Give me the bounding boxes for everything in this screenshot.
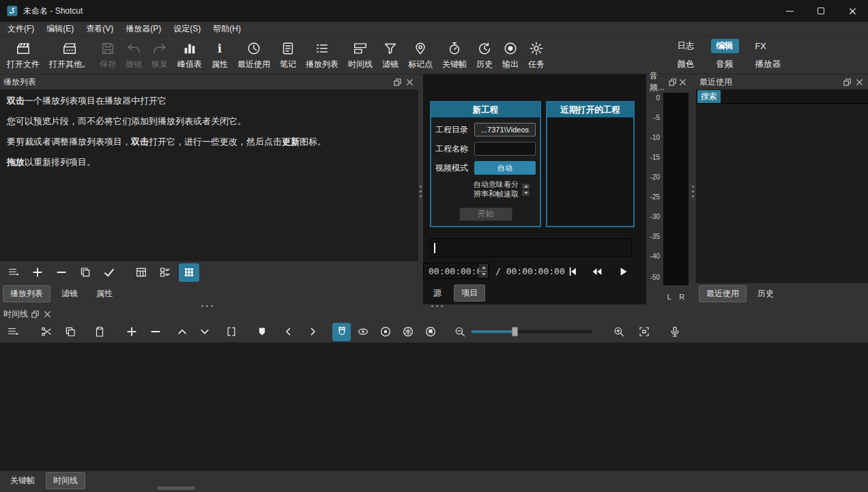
toolbar-peak-meter-button[interactable]: 峰值表	[173, 38, 207, 73]
append-button[interactable]	[122, 323, 141, 341]
timecode-up-button[interactable]	[479, 264, 488, 271]
timeline-float-button[interactable]	[29, 308, 40, 319]
play-button[interactable]	[614, 263, 632, 280]
tab-recent[interactable]: 最近使用	[699, 285, 747, 302]
playhead-cursor[interactable]	[434, 243, 435, 253]
playlist-remove-button[interactable]	[51, 263, 72, 282]
zoom-fit-button[interactable]	[635, 323, 653, 341]
project-name-input[interactable]	[474, 142, 536, 156]
toolbar-history-button[interactable]: 历史	[472, 38, 497, 73]
timecode-down-button[interactable]	[479, 272, 488, 278]
mode-player-button[interactable]: 播放器	[750, 57, 787, 72]
menu-item-player[interactable]: 播放器(P)	[119, 22, 167, 36]
splitter-grip[interactable]	[692, 186, 694, 188]
tab-keyframes[interactable]: 关键帧	[3, 472, 42, 489]
rewind-button[interactable]	[588, 263, 606, 280]
recent-close-button[interactable]	[854, 76, 865, 87]
timeline-zoom-slider[interactable]	[472, 323, 592, 341]
tab-timeline[interactable]: 时间线	[46, 472, 85, 489]
ripple-button[interactable]	[376, 323, 394, 341]
next-marker-button[interactable]	[303, 323, 321, 341]
overwrite-button[interactable]	[195, 323, 214, 341]
toolbar-jobs-button[interactable]: 任务	[523, 38, 549, 73]
toolbar-recent-button[interactable]: 最近使用	[233, 38, 275, 73]
timeline-tracks-area[interactable]	[0, 343, 868, 471]
menu-item-help[interactable]: 帮助(H)	[207, 22, 247, 36]
toolbar-properties-button[interactable]: i 属性	[207, 38, 233, 73]
player-seek-bar[interactable]	[430, 238, 632, 257]
audio-float-button[interactable]	[668, 76, 677, 87]
record-audio-button[interactable]	[665, 323, 684, 341]
zoom-out-button[interactable]	[450, 323, 469, 341]
maximize-button[interactable]	[805, 0, 837, 22]
close-button[interactable]	[837, 0, 868, 22]
toolbar-open-file-button[interactable]: 打开文件	[2, 38, 44, 73]
toolbar-redo-button[interactable]: 恢复	[147, 38, 173, 73]
toolbar-export-button[interactable]: 输出	[497, 38, 523, 73]
recent-files-list[interactable]	[696, 104, 868, 283]
toolbar-markers-button[interactable]: 标记点	[403, 38, 437, 73]
scroll-down-button[interactable]	[522, 190, 530, 196]
playlist-close-button[interactable]	[404, 76, 415, 87]
menu-item-file[interactable]: 文件(F)	[1, 22, 40, 36]
lift-button[interactable]	[173, 323, 191, 341]
view-icons-button[interactable]	[179, 263, 199, 282]
video-mode-button[interactable]: 自动	[474, 161, 536, 175]
audio-close-button[interactable]	[678, 76, 687, 87]
mode-color-button[interactable]: 颜色	[672, 57, 700, 72]
view-tiles-button[interactable]	[155, 263, 175, 282]
scroll-up-button[interactable]	[522, 184, 530, 189]
mode-edit-button[interactable]: 编辑	[711, 39, 739, 53]
tab-properties[interactable]: 属性	[89, 285, 120, 302]
tab-playlist[interactable]: 播放列表	[3, 285, 50, 302]
prev-marker-button[interactable]	[279, 323, 298, 341]
tab-source[interactable]: 源	[426, 285, 449, 302]
ripple-all-button[interactable]	[399, 323, 417, 341]
menu-item-view[interactable]: 查看(V)	[80, 22, 119, 36]
tab-history[interactable]: 历史	[750, 285, 781, 302]
toolbar-notes-button[interactable]: 笔记	[275, 38, 301, 73]
splitter-grip[interactable]	[420, 186, 422, 188]
marker-button[interactable]	[252, 323, 271, 341]
timeline-menu-button[interactable]	[3, 323, 22, 341]
mode-log-button[interactable]: 日志	[672, 39, 700, 53]
view-details-button[interactable]	[131, 263, 151, 282]
playlist-add-button[interactable]	[27, 263, 48, 282]
toolbar-filters-button[interactable]: 滤镜	[377, 38, 403, 73]
toolbar-save-button[interactable]: 保存	[95, 38, 121, 73]
playlist-float-button[interactable]	[392, 76, 403, 87]
toolbar-timeline-button[interactable]: 时间线	[343, 38, 377, 73]
timecode-spinbox[interactable]: 00:00:00:00	[423, 263, 489, 279]
toolbar-undo-button[interactable]: 撤销	[121, 38, 147, 73]
toolbar-keyframes-button[interactable]: 关键帧	[437, 38, 472, 73]
tab-filters[interactable]: 滤镜	[54, 285, 85, 302]
menu-item-edit[interactable]: 编辑(E)	[40, 22, 80, 36]
paste-button[interactable]	[90, 323, 108, 341]
ripple-delete-button[interactable]	[146, 323, 164, 341]
mode-fx-button[interactable]: FX	[750, 40, 772, 53]
split-button[interactable]	[222, 323, 240, 341]
mode-audio-button[interactable]: 音频	[711, 57, 739, 72]
toolbar-playlist-button[interactable]: 播放列表	[301, 38, 343, 73]
scrub-button[interactable]	[353, 323, 372, 341]
tab-project[interactable]: 项目	[454, 285, 485, 302]
ripple-markers-button[interactable]	[421, 323, 439, 341]
recent-search-input[interactable]: 搜索	[696, 89, 868, 104]
snap-button[interactable]	[332, 323, 351, 341]
menu-item-settings[interactable]: 设定(S)	[167, 22, 207, 36]
timeline-close-button[interactable]	[42, 308, 53, 319]
playlist-menu-button[interactable]	[3, 263, 24, 282]
cut-button[interactable]	[37, 323, 55, 341]
timeline-scrollbar[interactable]	[157, 487, 195, 490]
recent-float-button[interactable]	[841, 76, 852, 87]
skip-start-button[interactable]	[564, 263, 581, 280]
playlist-apply-button[interactable]	[99, 263, 119, 282]
project-folder-button[interactable]: ...7371\Videos	[474, 123, 536, 136]
copy-button[interactable]	[61, 323, 79, 341]
start-button[interactable]: 开始	[459, 207, 512, 221]
zoom-in-button[interactable]	[609, 323, 628, 341]
toolbar-open-other-button[interactable]: 打开其他。	[44, 38, 95, 73]
zoom-slider-handle[interactable]	[512, 327, 518, 336]
playlist-update-button[interactable]	[75, 263, 96, 282]
minimize-button[interactable]	[774, 0, 805, 22]
